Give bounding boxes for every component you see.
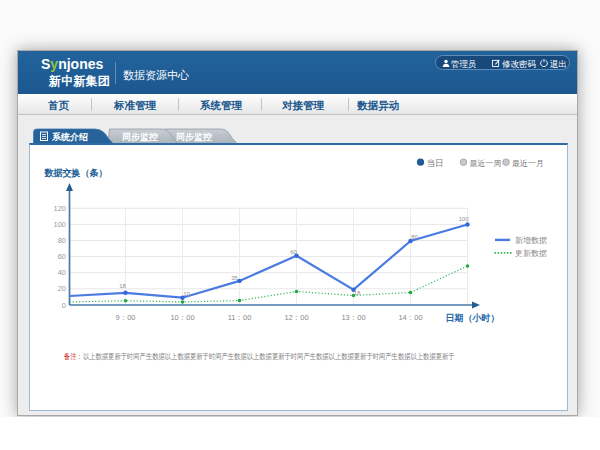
svg-text:35: 35 (231, 274, 238, 280)
svg-text:10: 10 (183, 291, 190, 297)
svg-text:最近一周: 最近一周 (469, 158, 501, 167)
svg-text:80: 80 (57, 236, 65, 245)
svg-text:120: 120 (53, 203, 66, 212)
svg-text:系统介绍: 系统介绍 (51, 132, 88, 142)
svg-text:60: 60 (57, 252, 65, 261)
svg-text:100: 100 (458, 216, 469, 222)
svg-text:当日: 当日 (426, 157, 443, 167)
svg-text:60: 60 (290, 249, 297, 255)
svg-text:12：00: 12：00 (284, 313, 308, 322)
svg-text:9：00: 9：00 (115, 313, 135, 322)
svg-text:新增数据: 新增数据 (515, 235, 547, 244)
svg-text:0: 0 (61, 300, 65, 309)
svg-text:最近一月: 最近一月 (512, 158, 544, 167)
svg-text:11：00: 11：00 (227, 313, 251, 322)
svg-text:100: 100 (53, 220, 66, 229)
svg-text:同步监控: 同步监控 (176, 132, 212, 142)
svg-text:14：00: 14：00 (398, 313, 422, 322)
svg-text:数据交换（条）: 数据交换（条） (43, 168, 107, 178)
svg-text:13：00: 13：00 (341, 313, 365, 322)
svg-text:同步监控: 同步监控 (122, 132, 158, 142)
svg-text:20: 20 (57, 284, 65, 293)
svg-text:40: 40 (57, 268, 65, 277)
svg-text:18: 18 (119, 283, 126, 289)
svg-text:10：00: 10：00 (170, 313, 194, 322)
svg-text:日期（小时）: 日期（小时） (445, 312, 499, 322)
svg-text:18: 18 (353, 290, 360, 296)
svg-text:80: 80 (411, 234, 418, 240)
svg-text:更新数据: 更新数据 (515, 248, 547, 257)
